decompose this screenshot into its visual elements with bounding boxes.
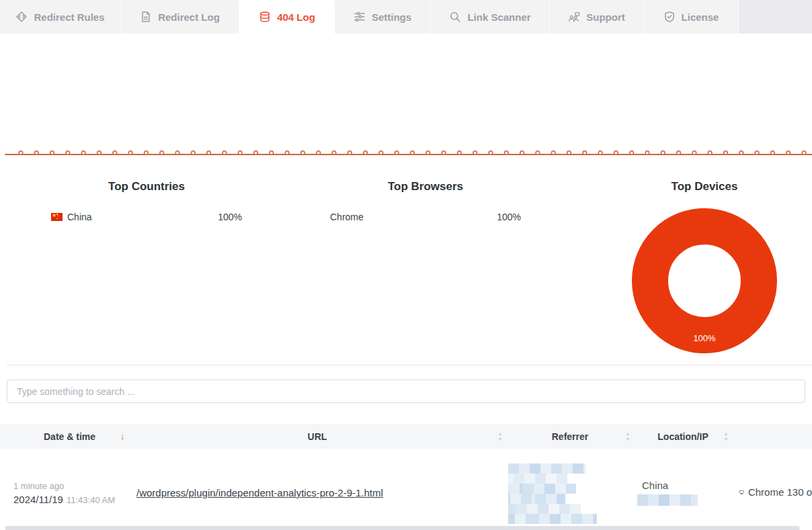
top-devices-section: Top Devices — [598, 180, 811, 193]
tab-bar-filler — [739, 0, 812, 34]
sort-both-icon: ▲▼ — [724, 432, 729, 441]
country-list-item: ★ China 100% — [46, 212, 247, 222]
tab-bar: Redirect Rules Redirect Log 404 Log Sett… — [0, 0, 812, 34]
top-countries-title: Top Countries — [46, 180, 247, 193]
time-value: 11:43:40 AM — [67, 495, 115, 505]
top-browsers-title: Top Browsers — [325, 180, 526, 193]
location-value: China — [642, 480, 668, 491]
table-header: Date & time ↓ URL ▲▼ Referrer ▲▼ Locatio… — [0, 424, 812, 449]
tab-redirect-rules[interactable]: Redirect Rules — [0, 0, 121, 34]
tab-404-log[interactable]: 404 Log — [239, 0, 335, 34]
browser-label: Chrome — [330, 212, 364, 222]
database-icon — [259, 11, 271, 23]
donut-slice-label: 100% — [632, 333, 777, 343]
ip-redacted-block — [637, 494, 698, 506]
browser-list-item: Chrome 100% — [325, 212, 526, 222]
404-url-link[interactable]: /wordpress/plugin/independent-analytics-… — [136, 487, 383, 498]
column-header-referrer[interactable]: Referrer — [552, 424, 588, 449]
tab-redirect-log[interactable]: Redirect Log — [121, 0, 239, 34]
donut-slice-100 — [650, 226, 759, 335]
device-cell: Chrome 130 o — [739, 486, 812, 498]
search-input[interactable] — [7, 380, 805, 403]
column-header-date[interactable]: Date & time — [44, 424, 95, 449]
settings-sliders-icon — [354, 11, 366, 23]
redirect-rules-icon — [15, 11, 28, 23]
shield-check-icon — [663, 11, 676, 23]
column-header-location[interactable]: Location/IP — [657, 424, 708, 449]
sort-desc-icon: ↓ — [120, 424, 125, 449]
column-label: Referrer — [552, 431, 588, 442]
tab-label: License — [682, 11, 719, 23]
top-countries-section: Top Countries ★ China 100% — [46, 180, 247, 222]
sort-both-icon: ▲▼ — [626, 432, 631, 441]
relative-time: 1 minute ago — [13, 481, 64, 491]
column-header-url[interactable]: URL — [308, 424, 327, 449]
desktop-monitor-icon — [739, 487, 744, 498]
column-label: Location/IP — [657, 431, 708, 442]
devices-donut-chart — [632, 208, 777, 353]
column-label: URL — [308, 431, 327, 442]
sort-toggle-location[interactable]: ▲▼ — [724, 424, 729, 449]
country-value: 100% — [218, 212, 242, 222]
top-devices-title: Top Devices — [598, 180, 811, 193]
tab-settings[interactable]: Settings — [335, 0, 431, 34]
date-time-cell: 2024/11/1911:43:40 AM — [13, 494, 115, 505]
document-icon — [140, 11, 152, 23]
column-label: Date & time — [44, 431, 95, 442]
referrer-redacted-block — [508, 463, 597, 524]
bottom-partial-bar — [5, 526, 800, 530]
device-label: Chrome 130 o — [748, 486, 812, 498]
tab-label: 404 Log — [277, 11, 315, 23]
date-value: 2024/11/19 — [13, 494, 63, 505]
browser-value: 100% — [497, 212, 521, 222]
tab-label: Settings — [372, 11, 411, 23]
sort-toggle-referrer[interactable]: ▲▼ — [626, 424, 631, 449]
tab-license[interactable]: License — [644, 0, 739, 34]
sort-toggle-url[interactable]: ▲▼ — [498, 424, 503, 449]
tab-link-scanner[interactable]: Link Scanner — [431, 0, 550, 34]
tab-label: Support — [586, 11, 625, 23]
tab-label: Redirect Rules — [34, 11, 104, 23]
table-row: 1 minute ago 2024/11/1911:43:40 AM /word… — [0, 449, 812, 526]
china-flag-icon: ★ — [51, 213, 63, 221]
section-divider — [7, 365, 812, 365]
support-people-icon — [568, 11, 580, 23]
search-icon — [449, 11, 461, 23]
tab-label: Link Scanner — [467, 11, 530, 23]
sort-both-icon: ▲▼ — [498, 432, 503, 441]
hits-chart-svg — [0, 147, 812, 162]
tab-label: Redirect Log — [158, 11, 220, 23]
top-browsers-section: Top Browsers Chrome 100% — [325, 180, 526, 222]
404-log-page: Redirect Rules Redirect Log 404 Log Sett… — [0, 0, 812, 530]
tab-support[interactable]: Support — [550, 0, 644, 34]
country-label: China — [67, 212, 92, 222]
